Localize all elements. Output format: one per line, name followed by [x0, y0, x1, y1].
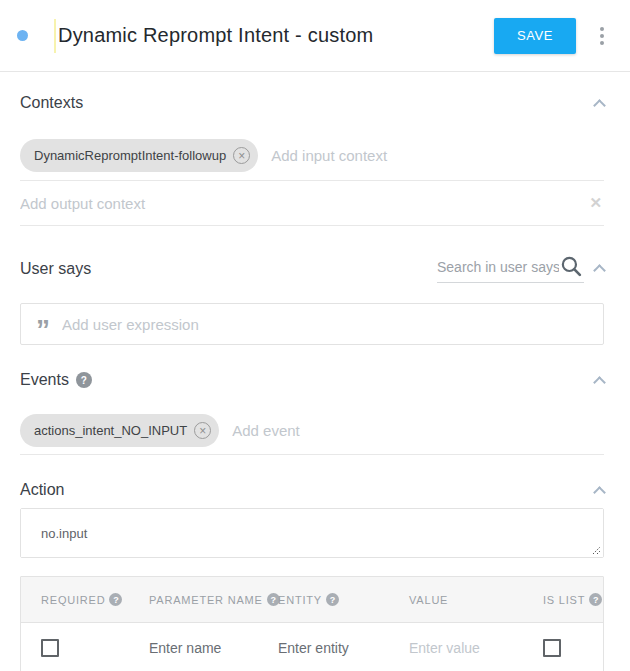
required-help-icon[interactable]: ? [109, 593, 122, 606]
event-chip-label: actions_intent_NO_INPUT [34, 423, 187, 438]
action-field[interactable]: no.input [21, 509, 603, 557]
intent-title[interactable]: Dynamic Reprompt Intent - custom [58, 24, 373, 47]
quote-icon: ” [36, 316, 50, 344]
required-checkbox[interactable] [41, 639, 59, 657]
is-list-help-icon[interactable]: ? [589, 593, 602, 606]
column-required: REQUIRED [41, 594, 105, 606]
text-caret [54, 19, 56, 53]
user-expression-box[interactable]: ” [20, 303, 604, 345]
divider [20, 454, 604, 455]
events-heading: Events [20, 371, 69, 389]
contexts-section: Contexts DynamicRepromptIntent-followup … [20, 94, 604, 226]
search-icon[interactable] [559, 254, 584, 279]
resize-grip-icon[interactable] [591, 545, 601, 555]
parameters-table-header: REQUIRED ? PARAMETER NAME ? ENTITY ? VAL… [21, 577, 603, 623]
intent-status-dot [17, 30, 28, 41]
contexts-heading: Contexts [20, 94, 83, 112]
remove-input-context-icon[interactable]: × [233, 147, 250, 164]
parameter-name-field[interactable] [149, 640, 249, 656]
entity-help-icon[interactable]: ? [326, 593, 339, 606]
user-says-collapse-chevron-up-icon[interactable] [593, 264, 606, 277]
events-help-icon[interactable]: ? [76, 372, 92, 388]
is-list-checkbox[interactable] [543, 639, 561, 657]
user-says-heading: User says [20, 260, 91, 278]
events-collapse-chevron-up-icon[interactable] [593, 376, 606, 389]
clear-output-context-icon[interactable]: ✕ [589, 194, 602, 212]
search-user-says-input[interactable] [437, 259, 559, 275]
contexts-collapse-chevron-up-icon[interactable] [593, 99, 606, 112]
entity-field[interactable] [278, 640, 378, 656]
divider [20, 225, 604, 226]
column-value: VALUE [409, 594, 448, 606]
action-section: Action no.input [20, 481, 604, 558]
events-section: Events ? actions_intent_NO_INPUT × [20, 371, 604, 455]
intent-form: Contexts DynamicRepromptIntent-followup … [0, 94, 630, 671]
add-input-context-field[interactable] [271, 147, 604, 164]
action-collapse-chevron-up-icon[interactable] [593, 486, 606, 499]
parameter-row [21, 623, 603, 671]
value-field[interactable] [409, 640, 509, 656]
input-context-chip: DynamicRepromptIntent-followup × [20, 139, 258, 172]
action-heading: Action [20, 481, 64, 499]
add-event-field[interactable] [232, 422, 604, 439]
add-user-expression-field[interactable] [62, 316, 603, 333]
search-user-says [437, 254, 584, 283]
input-context-chip-label: DynamicRepromptIntent-followup [34, 148, 226, 163]
remove-event-icon[interactable]: × [194, 422, 211, 439]
user-says-section: User says ” [20, 254, 604, 345]
parameters-table: REQUIRED ? PARAMETER NAME ? ENTITY ? VAL… [20, 576, 604, 671]
kebab-menu-icon[interactable] [596, 23, 608, 49]
column-is-list: IS LIST [543, 594, 585, 606]
column-entity: ENTITY [278, 594, 322, 606]
add-output-context-field[interactable] [20, 195, 589, 212]
column-parameter-name: PARAMETER NAME [149, 594, 263, 606]
save-button[interactable]: SAVE [494, 18, 576, 54]
intent-header: Dynamic Reprompt Intent - custom SAVE [0, 0, 630, 72]
event-chip: actions_intent_NO_INPUT × [20, 414, 219, 447]
action-input-box: no.input [20, 508, 604, 558]
